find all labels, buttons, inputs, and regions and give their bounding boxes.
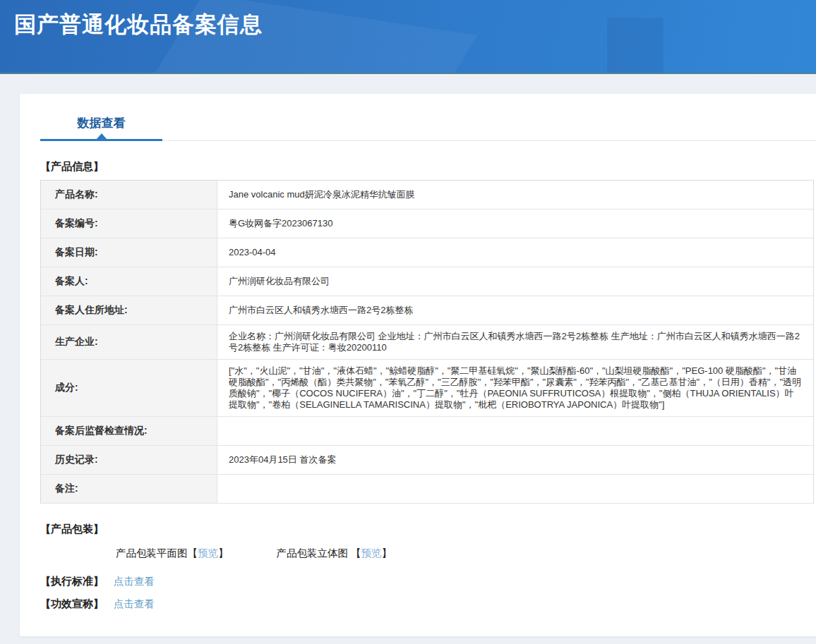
packaging-flat-preview-link[interactable]: 预览 xyxy=(198,547,218,559)
efficacy-claim-view-link[interactable]: 点击查看 xyxy=(114,598,155,609)
packaging-stereo-preview-link[interactable]: 预览 xyxy=(361,547,382,559)
row-label: 备案日期: xyxy=(41,238,217,267)
table-row-product-name: 产品名称: Jane volcanic mud妍泥冷泉冰泥精华抗皱面膜 xyxy=(41,181,813,209)
execution-standard-title: 【执行标准】 xyxy=(40,575,104,588)
row-label: 历史记录: xyxy=(41,446,217,474)
table-row-ingredients: 成分: ["水"，"火山泥"，"甘油"，"液体石蜡"，"鲸蜡硬脂醇"，"聚二甲基… xyxy=(41,360,813,417)
row-value xyxy=(217,417,813,445)
row-value: 广州市白云区人和镇秀水塘西一路2号2栋整栋 xyxy=(217,296,813,324)
row-value: 粤G妆网备字2023067130 xyxy=(217,209,813,238)
row-label: 备案人住所地址: xyxy=(41,296,217,324)
row-value: 企业名称：广州润研化妆品有限公司 企业地址：广州市白云区人和镇秀水塘西一路2号2… xyxy=(217,325,813,359)
table-row-manufacturer: 生产企业: 企业名称：广州润研化妆品有限公司 企业地址：广州市白云区人和镇秀水塘… xyxy=(41,325,813,360)
packaging-previews-row: 产品包装平面图【预览】 产品包装立体图 【预览】 xyxy=(116,547,816,560)
page-footer: 本站由国家药品监督管理局主办 版权所有 Copyright © NMPA All… xyxy=(0,636,816,644)
row-label: 备案编号: xyxy=(41,209,217,238)
bracket-open: 【 xyxy=(188,547,198,559)
bracket-close: 】 xyxy=(382,547,392,559)
page-header: 国产普通化妆品备案信息 xyxy=(0,0,816,74)
table-row-registrant-address: 备案人住所地址: 广州市白云区人和镇秀水塘西一路2号2栋整栋 xyxy=(41,296,813,325)
tab-data-view[interactable]: 数据查看 xyxy=(40,111,162,141)
table-row-registration-number: 备案编号: 粤G妆网备字2023067130 xyxy=(41,209,813,238)
row-value: 2023年04月15日 首次备案 xyxy=(217,446,813,474)
row-value: Jane volcanic mud妍泥冷泉冰泥精华抗皱面膜 xyxy=(217,181,813,209)
packaging-flat-group: 产品包装平面图【预览】 xyxy=(116,547,229,560)
product-info-section-title: 【产品信息】 xyxy=(40,160,816,174)
execution-standard-view-link[interactable]: 点击查看 xyxy=(114,576,155,587)
row-label: 生产企业: xyxy=(41,325,217,359)
row-label: 备案人: xyxy=(41,267,217,296)
row-label: 产品名称: xyxy=(41,181,217,209)
table-row-registration-date: 备案日期: 2023-04-04 xyxy=(41,238,813,267)
packaging-stereo-group: 产品包装立体图 【预览】 xyxy=(277,547,392,560)
efficacy-claim-row: 【功效宣称】点击查看 xyxy=(40,597,816,611)
row-label: 备注: xyxy=(41,475,217,503)
table-row-history: 历史记录: 2023年04月15日 首次备案 xyxy=(41,446,813,475)
row-value: 2023-04-04 xyxy=(217,238,813,267)
table-row-supervision-status: 备案后监督检查情况: xyxy=(41,417,813,446)
product-info-table: 产品名称: Jane volcanic mud妍泥冷泉冰泥精华抗皱面膜 备案编号… xyxy=(40,180,814,504)
efficacy-claim-title: 【功效宣称】 xyxy=(40,597,104,611)
page-title: 国产普通化妆品备案信息 xyxy=(0,0,816,40)
table-row-remarks: 备注: xyxy=(41,475,813,504)
row-label: 备案后监督检查情况: xyxy=(41,417,217,445)
row-value: 广州润研化妆品有限公司 xyxy=(217,267,813,296)
table-row-registrant: 备案人: 广州润研化妆品有限公司 xyxy=(41,267,813,296)
bracket-close: 】 xyxy=(218,547,229,559)
row-value xyxy=(217,475,813,503)
product-package-section-title: 【产品包装】 xyxy=(40,523,816,536)
packaging-stereo-label: 产品包装立体图 xyxy=(277,547,349,559)
execution-standard-row: 【执行标准】点击查看 xyxy=(40,575,816,588)
row-value: ["水"，"火山泥"，"甘油"，"液体石蜡"，"鲸蜡硬脂醇"，"聚二甲基硅氧烷"… xyxy=(217,360,813,416)
packaging-flat-label: 产品包装平面图 xyxy=(116,547,188,559)
tab-bar: 数据查看 xyxy=(40,94,816,141)
bracket-open: 【 xyxy=(351,547,361,559)
row-label: 成分: xyxy=(41,360,217,416)
content-card: 数据查看 【产品信息】 产品名称: Jane volcanic mud妍泥冷泉冰… xyxy=(20,94,816,636)
